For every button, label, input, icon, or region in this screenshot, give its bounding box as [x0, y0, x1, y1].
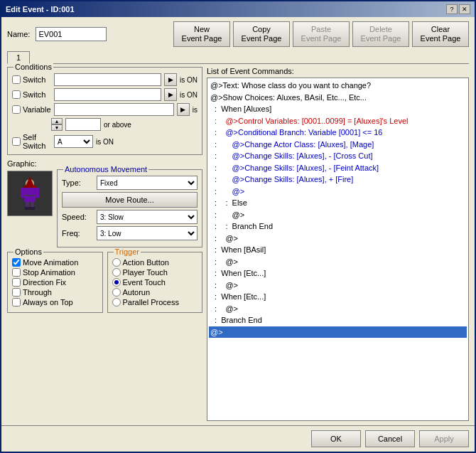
- variable-checkbox[interactable]: [12, 105, 21, 114]
- stop-animation-checkbox[interactable]: [12, 268, 21, 277]
- graphic-autonomous-section: Graphic:: [7, 159, 202, 247]
- cmd-line-4: : @>Conditional Branch: Variable [0001] …: [209, 127, 467, 139]
- autonomous-content: Type: Fixed Random Approach Custom Move …: [62, 176, 198, 240]
- clear-event-page-button[interactable]: ClearEvent Page: [412, 21, 469, 47]
- self-switch-row: Self Switch ABCD is ON: [12, 133, 198, 150]
- right-panel: List of Event Commands: @>Text: Whose cl…: [207, 67, 469, 421]
- variable-btn[interactable]: ▶: [177, 103, 190, 116]
- graphic-box[interactable]: [7, 171, 53, 216]
- move-animation-checkbox[interactable]: [12, 258, 21, 267]
- or-above-label: or above: [104, 121, 131, 129]
- freq-label: Freq:: [62, 229, 94, 238]
- svg-rect-6: [25, 207, 30, 210]
- trigger-parallel-process: Parallel Process: [112, 298, 198, 307]
- switch2-label: Switch: [23, 90, 45, 99]
- move-animation-label: Move Animation: [23, 258, 78, 267]
- paste-event-page-button[interactable]: PasteEvent Page: [293, 21, 350, 47]
- name-toolbar-row: Name: NewEvent Page CopyEvent Page Paste…: [7, 21, 469, 47]
- cmd-line-8: : @>Change Skills: [Aluxes], + [Fire]: [209, 174, 467, 186]
- variable-row: Variable ▶ is: [12, 103, 198, 116]
- name-input[interactable]: [36, 27, 107, 41]
- cmd-line-18: : When [Etc...]: [209, 291, 467, 303]
- move-route-button[interactable]: Move Route...: [62, 192, 198, 208]
- apply-button[interactable]: Apply: [419, 430, 469, 447]
- footer: OK Cancel Apply: [1, 425, 475, 452]
- new-event-page-button[interactable]: NewEvent Page: [173, 21, 230, 47]
- window-title: Edit Event - ID:001: [6, 5, 75, 14]
- autorun-radio[interactable]: [112, 288, 121, 297]
- cmd-line-2: : When [Aluxes]: [209, 103, 467, 115]
- self-switch-checkbox[interactable]: [12, 137, 21, 146]
- direction-fix-checkbox[interactable]: [12, 278, 21, 287]
- cmd-line-21: @>: [209, 326, 467, 339]
- title-bar-buttons: ? ✕: [446, 4, 470, 14]
- graphic-section: Graphic:: [7, 159, 53, 216]
- event-touch-radio[interactable]: [112, 278, 121, 287]
- switch2-checkbox[interactable]: [12, 90, 21, 99]
- option-through: Through: [12, 288, 98, 297]
- options-group: Options Move Animation Stop Animation: [7, 252, 103, 313]
- speed-select[interactable]: 1: x8 Slower 2: x4 Slower 3: Slow 4: Fas…: [97, 210, 198, 224]
- switch1-is: is ON: [180, 76, 198, 84]
- spin-buttons: ▲ ▼: [51, 118, 63, 131]
- copy-event-page-button[interactable]: CopyEvent Page: [233, 21, 290, 47]
- switch1-input[interactable]: [54, 73, 161, 86]
- switch2-btn[interactable]: ▶: [164, 88, 177, 101]
- switch2-input[interactable]: [54, 88, 161, 101]
- tab-row: 1: [7, 51, 469, 64]
- options-trigger-section: Options Move Animation Stop Animation: [7, 252, 202, 313]
- svg-rect-5: [31, 202, 34, 208]
- ok-button[interactable]: OK: [311, 430, 361, 447]
- svg-rect-3: [23, 186, 36, 188]
- svg-rect-0: [24, 186, 36, 202]
- sprite-svg: [18, 176, 41, 210]
- spin-down[interactable]: ▼: [51, 124, 63, 131]
- commands-list[interactable]: @>Text: Whose class do you want to chang…: [207, 78, 469, 421]
- graphic-label: Graphic:: [7, 159, 53, 168]
- type-select[interactable]: Fixed Random Approach Custom: [97, 176, 198, 190]
- close-button[interactable]: ✕: [459, 4, 470, 14]
- tab-1[interactable]: 1: [7, 51, 30, 64]
- variable-is: is: [193, 106, 198, 114]
- svg-rect-8: [24, 195, 36, 196]
- switch1-btn[interactable]: ▶: [164, 73, 177, 86]
- always-on-top-checkbox[interactable]: [12, 298, 21, 307]
- conditions-group: Conditions Switch ▶ is ON: [7, 67, 202, 155]
- spin-input[interactable]: [65, 118, 101, 131]
- options-list: Move Animation Stop Animation Direction …: [12, 258, 98, 307]
- autonomous-movement-group: Autonomous Movement Type: Fixed Random A…: [57, 169, 202, 247]
- cmd-line-3: : @>Control Variables: [0001..0099] = [A…: [209, 115, 467, 127]
- player-touch-radio[interactable]: [112, 268, 121, 277]
- direction-fix-label: Direction Fix: [23, 278, 66, 287]
- trigger-autorun: Autorun: [112, 288, 198, 297]
- help-button[interactable]: ?: [446, 4, 458, 14]
- variable-input[interactable]: [54, 103, 174, 116]
- cmd-line-0: @>Text: Whose class do you want to chang…: [209, 80, 467, 92]
- switch1-checkbox[interactable]: [12, 75, 21, 84]
- self-switch-label: Self Switch: [23, 133, 51, 150]
- svg-rect-7: [30, 207, 35, 210]
- cmd-line-11: : @>: [209, 209, 467, 221]
- through-checkbox[interactable]: [12, 288, 21, 297]
- cancel-button[interactable]: Cancel: [365, 430, 415, 447]
- parallel-process-radio[interactable]: [112, 298, 121, 307]
- spin-up[interactable]: ▲: [51, 118, 63, 124]
- self-switch-select[interactable]: ABCD: [54, 135, 93, 148]
- cmd-line-14: : When [BAsil]: [209, 244, 467, 256]
- event-touch-label: Event Touch: [123, 278, 166, 287]
- freq-select[interactable]: 1: Lowest 2: Lower 3: Low 4: High 5: Hig…: [97, 226, 198, 240]
- or-above-row: ▲ ▼ or above: [51, 118, 198, 131]
- action-button-label: Action Button: [123, 258, 169, 267]
- through-label: Through: [23, 288, 52, 297]
- speed-label: Speed:: [62, 213, 94, 221]
- delete-event-page-button[interactable]: DeleteEvent Page: [352, 21, 409, 47]
- action-button-radio[interactable]: [112, 258, 121, 267]
- type-row: Type: Fixed Random Approach Custom: [62, 176, 198, 190]
- conditions-content: Switch ▶ is ON Switch: [12, 73, 198, 150]
- speed-row: Speed: 1: x8 Slower 2: x4 Slower 3: Slow…: [62, 210, 198, 224]
- svg-rect-10: [36, 188, 39, 198]
- cmd-line-12: : : Branch End: [209, 220, 467, 233]
- player-touch-label: Player Touch: [123, 268, 168, 277]
- variable-label: Variable: [23, 105, 51, 114]
- cmd-line-13: : @>: [209, 233, 467, 245]
